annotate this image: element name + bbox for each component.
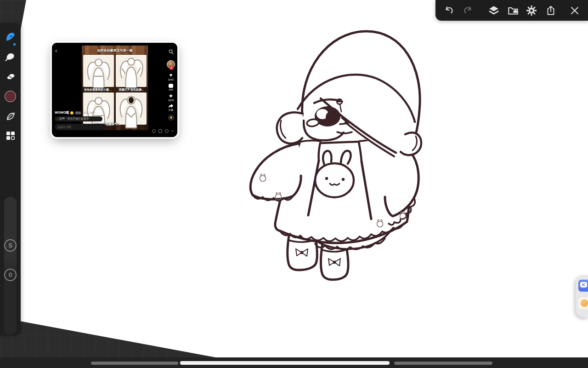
action-rail: + ♥ 3142 244 ★ 1879 分享: [166, 60, 176, 121]
share-arrow-icon: [168, 104, 174, 108]
uploader-badge: 官方: [75, 111, 81, 115]
tool-sidebar: S 0: [0, 23, 21, 336]
player-controls: ×: [152, 129, 174, 133]
like-count: 3142: [168, 78, 174, 81]
scrollbar-segment-left[interactable]: [91, 362, 178, 365]
leaf-brush-tool[interactable]: [0, 109, 21, 124]
pattern-grid-tool[interactable]: [0, 128, 21, 144]
close-icon: [569, 5, 580, 16]
color-tool[interactable]: [0, 88, 21, 104]
image-icon: [158, 129, 162, 133]
comment-input: 说点什么吧…: [55, 124, 106, 130]
share-label: 分享: [169, 109, 174, 112]
current-color-swatch: [5, 91, 16, 102]
top-toolbar: [435, 0, 588, 21]
comic-panel-1: [83, 55, 114, 87]
panel-caption-1: 首先你需要收起小腿…: [82, 87, 114, 92]
search-icon: [169, 48, 174, 56]
layers-button[interactable]: [487, 4, 501, 17]
favorite-count: 1879: [168, 99, 174, 102]
redo-button[interactable]: [461, 4, 475, 17]
gear-icon: [526, 5, 537, 17]
favorite-star-icon: ★: [169, 93, 173, 98]
uploader-row: WOWO喵 官方 2021-08-0: [55, 110, 95, 115]
panel-caption-2: 两腿打开 抬头挺胸…: [115, 87, 148, 92]
redo-icon: [463, 5, 474, 16]
music-disc-icon: [168, 115, 174, 121]
home-indicator[interactable]: [180, 361, 390, 365]
reference-image-window[interactable]: ‹: [52, 43, 177, 137]
upload-date: 2021-08-0: [83, 111, 95, 114]
size-button[interactable]: S: [4, 239, 17, 252]
share-button[interactable]: [544, 4, 558, 17]
slide-over-app-dock[interactable]: K: [576, 275, 588, 317]
music-title: 原声 · 哭泣天使行走教学: [59, 117, 89, 120]
comment-count: 244: [169, 88, 173, 91]
follow-plus-icon: +: [170, 66, 173, 70]
like-heart-icon: ♥: [170, 72, 173, 78]
eraser-tool[interactable]: [0, 69, 21, 84]
import-button[interactable]: [506, 4, 520, 17]
scrollbar-segment-right[interactable]: [394, 362, 492, 365]
folder-import-icon: [507, 5, 519, 17]
opacity-button[interactable]: 0: [4, 269, 17, 281]
back-chevron-icon: ‹: [55, 47, 57, 54]
video-title: 如何走的像哭泣天使一般: [82, 48, 148, 53]
uploader-level-icon: [70, 111, 74, 115]
app-icon-k[interactable]: K: [578, 280, 588, 292]
app-icon-cookie[interactable]: [578, 297, 588, 309]
layers-icon: [488, 5, 500, 17]
danmaku-icon: [165, 129, 169, 133]
collapse-icon: ×: [171, 129, 174, 133]
paint-brush-icon: [5, 31, 17, 43]
k-bubble-icon: K: [580, 282, 587, 288]
smudge-tool[interactable]: [0, 49, 21, 64]
tool-selected-indicator: [13, 43, 16, 46]
bottom-bar: [0, 357, 588, 368]
grid-icon: [5, 130, 16, 141]
uploader-avatar: +: [167, 60, 175, 69]
leaf-icon: [5, 111, 16, 122]
comment-bubble-icon: [169, 84, 173, 88]
eraser-icon: [5, 71, 16, 82]
music-note-icon: ♪: [57, 117, 58, 120]
comic-panel-4: [116, 92, 147, 125]
comic-panel-2: [116, 55, 147, 87]
paint-brush-tool[interactable]: [0, 29, 21, 45]
brush-size-slider[interactable]: [4, 197, 17, 335]
share-icon: [545, 5, 556, 16]
smudge-icon: [5, 51, 16, 62]
emoji-icon: [152, 129, 156, 133]
close-button[interactable]: [568, 4, 582, 17]
uploader-name: WOWO喵: [55, 110, 69, 115]
music-row: ♪ 原声 · 哭泣天使行走教学: [55, 116, 102, 121]
settings-button[interactable]: [525, 4, 538, 17]
undo-icon: [443, 5, 454, 16]
undo-button[interactable]: [442, 4, 456, 17]
